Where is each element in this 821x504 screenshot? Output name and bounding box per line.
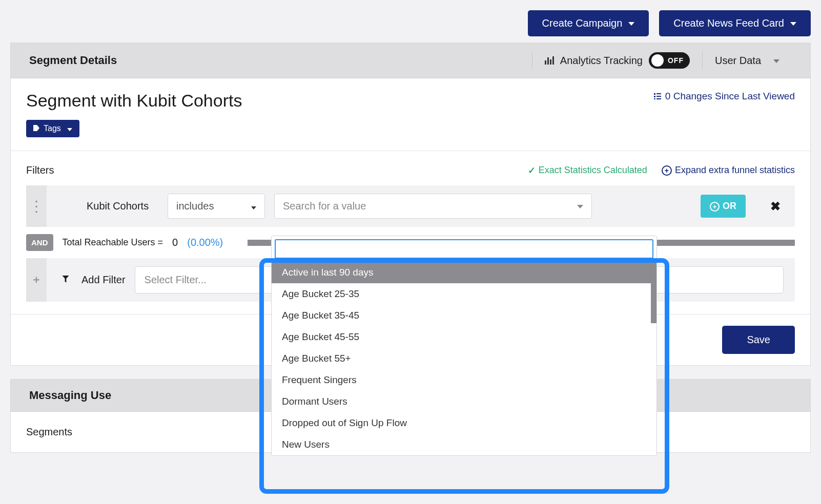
- panel-title: Segment Details: [29, 54, 117, 67]
- funnel-icon: [62, 275, 72, 285]
- dropdown-option[interactable]: Age Bucket 55+: [272, 348, 656, 369]
- panel-header: Segment Details Analytics Tracking OFF U…: [11, 43, 810, 78]
- exact-stats-indicator: Exact Statistics Calculated: [528, 165, 647, 176]
- or-button[interactable]: OR: [701, 195, 746, 218]
- stats-links: Exact Statistics Calculated Expand extra…: [528, 165, 795, 176]
- plus-circle-icon: [710, 201, 720, 212]
- tags-label: Tags: [44, 124, 61, 133]
- save-button[interactable]: Save: [722, 326, 795, 354]
- caret-down-icon: [65, 124, 72, 133]
- filters-header: Filters Exact Statistics Calculated Expa…: [26, 164, 795, 176]
- chevron-down-icon: [788, 17, 796, 29]
- dropdown-option-list: Active in last 90 daysAge Bucket 25-35Ag…: [272, 262, 656, 455]
- user-data-dropdown[interactable]: User Data: [703, 55, 792, 67]
- create-news-feed-button[interactable]: Create News Feed Card: [659, 10, 811, 36]
- add-filter-handle[interactable]: [26, 258, 47, 302]
- dropdown-option[interactable]: Frequent Singers: [272, 369, 656, 391]
- plus-circle-icon: [662, 165, 672, 176]
- chevron-down-icon: [626, 17, 634, 29]
- title-row: Segment with Kubit Cohorts 0 Changes Sin…: [26, 91, 795, 111]
- drag-handle[interactable]: [26, 185, 47, 227]
- analytics-tracking-toggle[interactable]: OFF: [649, 52, 690, 69]
- page-root: Create Campaign Create News Feed Card Se…: [0, 0, 821, 504]
- create-campaign-button[interactable]: Create Campaign: [528, 10, 649, 36]
- includes-select[interactable]: includes: [168, 194, 265, 219]
- segment-title: Segment with Kubit Cohorts: [26, 91, 242, 111]
- filters-label: Filters: [26, 164, 54, 176]
- expand-funnel-text: Expand extra funnel statistics: [675, 165, 795, 176]
- create-campaign-label: Create Campaign: [542, 17, 623, 29]
- reach-percent: (0.00%): [187, 237, 223, 248]
- value-search-select[interactable]: Search for a value: [274, 194, 592, 219]
- analytics-tracking-label: Analytics Tracking: [560, 55, 643, 67]
- changes-since-last-viewed-link[interactable]: 0 Changes Since Last Viewed: [654, 91, 795, 102]
- select-filter-placeholder: Select Filter...: [145, 274, 207, 285]
- create-news-feed-label: Create News Feed Card: [673, 17, 784, 29]
- bar-chart-icon: [545, 56, 554, 65]
- chevron-down-icon: [575, 200, 583, 212]
- reach-value: 0: [172, 237, 178, 248]
- tags-button[interactable]: Tags: [26, 120, 79, 137]
- analytics-tracking: Analytics Tracking OFF: [532, 52, 702, 69]
- filter-field-label: Kubit Cohorts: [87, 200, 158, 212]
- value-placeholder: Search for a value: [283, 200, 366, 212]
- check-icon: [528, 165, 536, 176]
- filter-row: Kubit Cohorts includes Search for a valu…: [26, 185, 795, 227]
- toggle-knob: [651, 54, 664, 67]
- add-filter-label: Add Filter: [81, 274, 126, 286]
- list-icon: [654, 91, 661, 102]
- dropdown-option[interactable]: Age Bucket 25-35: [272, 283, 656, 305]
- dropdown-option[interactable]: Age Bucket 45-55: [272, 326, 656, 348]
- expand-funnel-stats-link[interactable]: Expand extra funnel statistics: [662, 165, 795, 176]
- remove-filter-button[interactable]: ✖: [770, 199, 781, 214]
- and-chip: AND: [26, 234, 53, 251]
- save-label: Save: [747, 334, 770, 346]
- toggle-state: OFF: [668, 56, 684, 65]
- caret-down-icon: [249, 200, 256, 212]
- includes-value: includes: [176, 200, 214, 212]
- scrollbar[interactable]: [651, 262, 656, 323]
- or-label: OR: [723, 201, 736, 212]
- dropdown-option[interactable]: Active in last 90 days: [272, 262, 656, 283]
- changes-link-text: 0 Changes Since Last Viewed: [665, 91, 795, 102]
- messaging-panel-title: Messaging Use: [29, 389, 111, 402]
- reach-label: Total Reachable Users =: [63, 237, 163, 248]
- dropdown-option[interactable]: Dormant Users: [272, 391, 656, 412]
- user-data-label: User Data: [715, 55, 761, 67]
- exact-stats-text: Exact Statistics Calculated: [539, 165, 647, 176]
- dropdown-search-input[interactable]: [275, 239, 653, 259]
- value-dropdown: Active in last 90 daysAge Bucket 25-35Ag…: [271, 236, 657, 456]
- dropdown-option[interactable]: Age Bucket 35-45: [272, 305, 656, 326]
- dropdown-option[interactable]: Dropped out of Sign Up Flow: [272, 412, 656, 434]
- top-actions: Create Campaign Create News Feed Card: [10, 10, 811, 36]
- chevron-down-icon: [771, 55, 779, 67]
- dropdown-option[interactable]: New Users: [272, 434, 656, 455]
- header-right: Analytics Tracking OFF User Data: [532, 52, 792, 69]
- tag-icon: [33, 124, 39, 133]
- divider: [11, 151, 810, 151]
